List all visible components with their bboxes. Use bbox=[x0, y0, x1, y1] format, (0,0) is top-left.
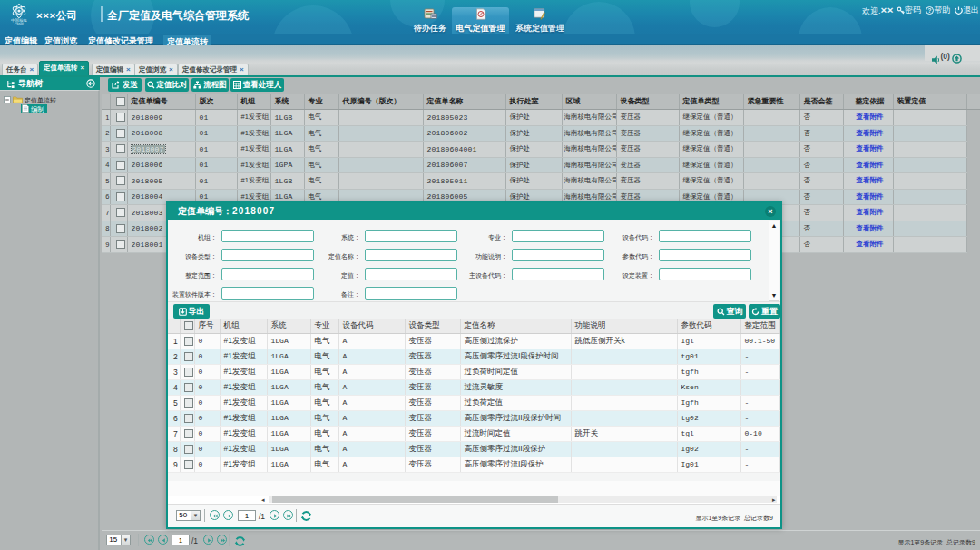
svg-text:?: ? bbox=[928, 7, 932, 14]
svg-text:CNNP: CNNP bbox=[15, 23, 24, 25]
